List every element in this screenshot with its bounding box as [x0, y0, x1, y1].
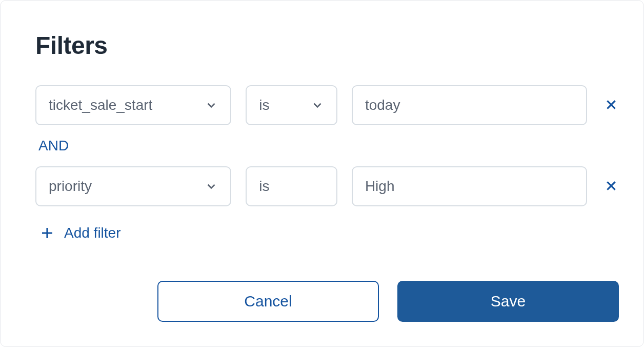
filters-container: ticket_sale_start is AND priorit — [35, 85, 619, 281]
remove-filter-button[interactable] — [603, 98, 619, 113]
operator-select-value: is — [259, 97, 269, 113]
filter-row: priority is — [35, 166, 619, 206]
dialog-title: Filters — [35, 31, 619, 60]
close-icon — [605, 179, 618, 194]
operator-select-value: is — [259, 178, 269, 195]
value-input[interactable] — [352, 85, 587, 125]
chevron-down-icon — [205, 180, 218, 193]
dialog-actions: Cancel Save — [35, 281, 619, 322]
field-select[interactable]: ticket_sale_start — [35, 85, 231, 125]
operator-select[interactable]: is — [246, 166, 337, 206]
save-button[interactable]: Save — [397, 281, 619, 322]
filter-row: ticket_sale_start is — [35, 85, 619, 125]
field-select-value: ticket_sale_start — [49, 97, 152, 113]
logical-operator-label: AND — [38, 138, 619, 154]
remove-filter-button[interactable] — [603, 179, 619, 194]
add-filter-button[interactable]: Add filter — [39, 225, 121, 241]
chevron-down-icon — [311, 99, 324, 112]
cancel-button[interactable]: Cancel — [157, 281, 379, 322]
filters-dialog: Filters ticket_sale_start is — [0, 0, 644, 347]
plus-icon — [39, 225, 55, 241]
add-filter-label: Add filter — [64, 225, 121, 241]
value-input[interactable] — [352, 166, 587, 206]
operator-select[interactable]: is — [246, 85, 337, 125]
field-select-value: priority — [49, 178, 92, 195]
chevron-down-icon — [205, 99, 218, 112]
close-icon — [605, 98, 618, 113]
field-select[interactable]: priority — [35, 166, 231, 206]
